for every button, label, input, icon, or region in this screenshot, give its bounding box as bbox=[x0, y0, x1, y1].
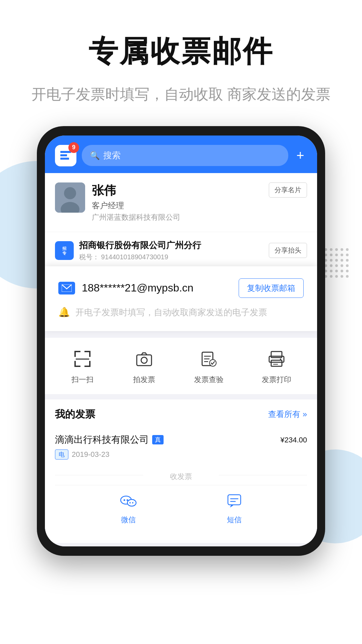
bell-icon: 🔔 bbox=[58, 307, 70, 318]
hero-subtitle: 开电子发票时填写，自动收取 商家发送的发票 bbox=[20, 83, 342, 106]
invoice-type-tag: 电 bbox=[55, 449, 68, 460]
company-tax: 税号： 914401018904730019 bbox=[79, 253, 263, 262]
bottom-section: 扫一扫 拍发票 bbox=[45, 331, 317, 546]
action-photo[interactable]: 拍发票 bbox=[132, 347, 156, 385]
invoice-item: 滴滴出行科技有限公司 真 电 2019-03-23 ¥234.00 bbox=[55, 428, 307, 465]
search-bar[interactable]: 🔍 搜索 bbox=[82, 145, 288, 166]
app-header: 9 🔍 搜索 + bbox=[45, 136, 317, 173]
svg-point-4 bbox=[64, 187, 76, 199]
svg-rect-15 bbox=[74, 351, 76, 357]
search-icon: 🔍 bbox=[90, 151, 100, 160]
email-hint-text: 开电子发票时填写，自动收取商家发送的电子发票 bbox=[75, 306, 267, 319]
sms-icon bbox=[227, 493, 242, 512]
page-bottom bbox=[0, 556, 362, 583]
email-row: 188******21@mypsb.cn 复制收票邮箱 bbox=[58, 278, 304, 298]
svg-rect-23 bbox=[137, 355, 152, 366]
action-print[interactable]: 发票打印 bbox=[262, 347, 291, 385]
verify-label: 发票查验 bbox=[194, 375, 224, 385]
wechat-icon bbox=[120, 493, 137, 512]
camera-icon bbox=[132, 347, 156, 371]
svg-point-41 bbox=[132, 502, 133, 503]
invoices-section: 我的发票 查看所有 » 滴滴出行科技有限公司 真 电 2019-03-23 bbox=[45, 399, 317, 543]
quick-actions: 扫一扫 拍发票 bbox=[45, 338, 317, 394]
company-row: 招 专 招商银行股份有限公司广州分行 税号： 91440101890473001… bbox=[45, 232, 317, 270]
email-card: 188******21@mypsb.cn 复制收票邮箱 🔔 开电子发票时填写，自… bbox=[45, 266, 317, 331]
invoices-title: 我的发票 bbox=[55, 408, 95, 421]
email-left: 188******21@mypsb.cn bbox=[58, 282, 193, 294]
nav-wechat[interactable]: 微信 bbox=[120, 493, 137, 525]
notification-badge: 9 bbox=[68, 142, 79, 153]
scan-icon bbox=[71, 347, 94, 371]
divider: 收发票 bbox=[55, 465, 307, 485]
print-icon bbox=[265, 347, 288, 371]
svg-rect-22 bbox=[76, 359, 89, 360]
invoice-amount: ¥234.00 bbox=[280, 433, 307, 445]
invoice-meta: 电 2019-03-23 bbox=[55, 449, 280, 460]
share-card-button[interactable]: 分享名片 bbox=[269, 182, 307, 198]
email-hint: 🔔 开电子发票时填写，自动收取商家发送的电子发票 bbox=[58, 306, 304, 319]
svg-rect-21 bbox=[89, 361, 90, 367]
svg-rect-1 bbox=[60, 154, 67, 156]
invoices-header: 我的发票 查看所有 » bbox=[55, 408, 307, 421]
sms-label: 短信 bbox=[227, 515, 242, 525]
invoice-company-name: 滴滴出行科技有限公司 真 bbox=[55, 433, 280, 446]
phone-screen: 9 🔍 搜索 + 张伟 客户 bbox=[45, 136, 317, 546]
scan-label: 扫一扫 bbox=[71, 375, 94, 385]
email-address: 188******21@mypsb.cn bbox=[82, 282, 193, 294]
svg-point-33 bbox=[280, 359, 281, 360]
phone-mockup: 9 🔍 搜索 + 张伟 客户 bbox=[37, 126, 325, 556]
photo-label: 拍发票 bbox=[133, 375, 155, 385]
verify-icon bbox=[197, 347, 221, 371]
svg-rect-2 bbox=[60, 158, 69, 160]
search-placeholder: 搜索 bbox=[103, 150, 121, 161]
copy-email-button[interactable]: 复制收票邮箱 bbox=[239, 278, 304, 298]
company-detail: 招商银行股份有限公司广州分行 税号： 914401018904730019 bbox=[79, 239, 263, 262]
action-verify[interactable]: 发票查验 bbox=[194, 347, 224, 385]
bottom-nav: 微信 短信 bbox=[55, 485, 307, 535]
contact-info: 张伟 客户经理 广州湛蓝数据科技有限公司 bbox=[92, 182, 262, 222]
svg-text:专: 专 bbox=[62, 251, 67, 256]
contact-name: 张伟 bbox=[92, 182, 262, 199]
svg-point-24 bbox=[141, 357, 147, 363]
svg-rect-42 bbox=[228, 495, 241, 505]
avatar bbox=[55, 182, 85, 213]
app-logo-wrap: 9 bbox=[55, 145, 76, 166]
share-header-button[interactable]: 分享抬头 bbox=[269, 243, 307, 258]
svg-rect-17 bbox=[89, 351, 90, 357]
svg-point-37 bbox=[124, 499, 125, 501]
invoice-verified-tag: 真 bbox=[152, 435, 164, 444]
print-label: 发票打印 bbox=[262, 375, 291, 385]
contact-job-title: 客户经理 bbox=[92, 200, 262, 211]
contact-company: 广州湛蓝数据科技有限公司 bbox=[92, 212, 262, 222]
company-name: 招商银行股份有限公司广州分行 bbox=[79, 239, 263, 251]
wechat-label: 微信 bbox=[121, 515, 136, 525]
invoice-left: 滴滴出行科技有限公司 真 电 2019-03-23 bbox=[55, 433, 280, 460]
svg-rect-0 bbox=[60, 151, 71, 153]
company-icon: 招 专 bbox=[55, 241, 74, 260]
invoice-date: 2019-03-23 bbox=[72, 450, 110, 459]
svg-rect-19 bbox=[74, 361, 76, 367]
view-all-link[interactable]: 查看所有 » bbox=[268, 409, 307, 420]
phone-frame: 9 🔍 搜索 + 张伟 客户 bbox=[37, 126, 325, 556]
page-title: 专属收票邮件 bbox=[20, 34, 342, 69]
svg-text:招: 招 bbox=[62, 246, 66, 251]
svg-point-39 bbox=[127, 499, 136, 506]
nav-sms[interactable]: 短信 bbox=[227, 493, 242, 525]
svg-point-40 bbox=[129, 502, 131, 503]
action-scan[interactable]: 扫一扫 bbox=[71, 347, 94, 385]
hero-section: 专属收票邮件 开电子发票时填写，自动收取 商家发送的发票 bbox=[0, 0, 362, 119]
svg-rect-31 bbox=[271, 360, 282, 366]
email-icon bbox=[58, 282, 75, 294]
add-button[interactable]: + bbox=[294, 148, 307, 163]
contact-card: 张伟 客户经理 广州湛蓝数据科技有限公司 分享名片 bbox=[45, 173, 317, 232]
